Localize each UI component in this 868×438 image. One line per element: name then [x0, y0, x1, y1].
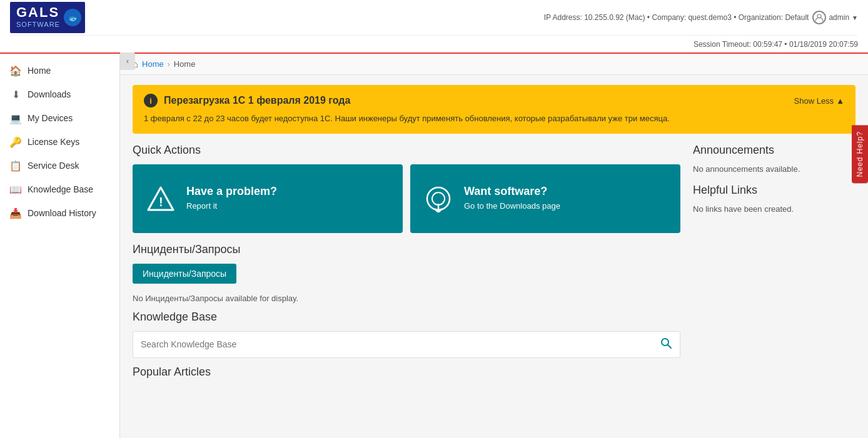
header-info: IP Address: 10.255.0.92 (Mac) • Company:…	[544, 11, 858, 24]
search-icon	[660, 337, 672, 349]
alert-info-icon: i	[144, 94, 158, 107]
side-column: Announcements No announcements available…	[693, 144, 855, 386]
session-info: Session Timeout: 00:59:47 • 01/18/2019 2…	[694, 40, 858, 49]
incidents-button[interactable]: Инциденты/Запросы	[133, 264, 236, 284]
incidents-title: Инциденты/Запросы	[133, 243, 680, 256]
alert-body: 1 февраля с 22 до 23 часов будет недосту…	[144, 112, 844, 125]
sidebar-item-knowledge-base[interactable]: 📖 Knowledge Base	[0, 177, 119, 201]
sidebar-label-downloads: Downloads	[28, 89, 71, 99]
devices-icon: 💻	[10, 112, 21, 124]
sidebar-label-knowledge-base: Knowledge Base	[28, 184, 93, 194]
home-icon: 🏠	[10, 65, 21, 76]
popular-articles-title: Popular Articles	[133, 366, 680, 379]
helpful-links-title: Helpful Links	[693, 184, 855, 197]
sidebar-label-home: Home	[28, 66, 51, 76]
svg-text:🐟: 🐟	[68, 12, 79, 23]
alert-show-less-button[interactable]: Show Less ▲	[794, 96, 844, 106]
announcements-empty: No announcements available.	[693, 164, 855, 174]
sidebar-nav: 🏠 Home ⬇ Downloads 💻 My Devices 🔑 Licens…	[0, 54, 119, 230]
license-icon: 🔑	[10, 136, 21, 147]
knowledge-base-section: Knowledge Base Popular Articles	[133, 311, 680, 379]
helpful-links-empty: No links have been created.	[693, 204, 855, 214]
svg-text:SOFTWARE: SOFTWARE	[16, 21, 60, 28]
sidebar-item-license-keys[interactable]: 🔑 License Keys	[0, 130, 119, 154]
sidebar-label-download-history: Download History	[28, 208, 96, 218]
need-help-tab[interactable]: Need Help?	[852, 125, 868, 183]
main-column: Quick Actions ! Have a p	[133, 144, 680, 386]
sidebar-item-service-desk[interactable]: 📋 Service Desk	[0, 154, 119, 177]
svg-point-9	[432, 192, 445, 205]
announcements-title: Announcements	[693, 144, 855, 157]
alert-title: i Перезагрузка 1С 1 февраля 2019 года	[144, 94, 350, 107]
kb-search-input[interactable]	[133, 334, 652, 354]
sidebar-item-download-history[interactable]: 📥 Download History	[0, 201, 119, 225]
sidebar-item-downloads[interactable]: ⬇ Downloads	[0, 82, 119, 106]
quick-actions-title: Quick Actions	[133, 144, 680, 157]
helpful-links-section: Helpful Links No links have been created…	[693, 184, 855, 214]
sidebar-item-home[interactable]: 🏠 Home	[0, 59, 119, 82]
alert-banner: i Перезагрузка 1С 1 февраля 2019 года Sh…	[133, 85, 855, 134]
qa-card2-text: Want software? Go to the Downloads page	[464, 185, 560, 212]
service-desk-icon: 📋	[10, 160, 21, 171]
content-area: i Перезагрузка 1С 1 февраля 2019 года Sh…	[120, 75, 868, 438]
quick-actions-grid: ! Have a problem? Report it	[133, 164, 680, 233]
sidebar-item-my-devices[interactable]: 💻 My Devices	[0, 106, 119, 130]
svg-line-12	[668, 344, 672, 348]
sidebar-label-my-devices: My Devices	[28, 113, 73, 123]
svg-text:GALS: GALS	[16, 4, 59, 20]
breadcrumb-home-link[interactable]: Home	[142, 59, 164, 69]
kb-search-wrap	[133, 331, 680, 358]
quick-action-report-problem[interactable]: ! Have a problem? Report it	[133, 164, 403, 233]
alert-banner-header: i Перезагрузка 1С 1 февраля 2019 года Sh…	[144, 94, 844, 107]
quick-action-downloads[interactable]: Want software? Go to the Downloads page	[410, 164, 680, 233]
incidents-empty-message: No Инциденты/Запросы available for displ…	[133, 291, 680, 306]
logo[interactable]: GALS SOFTWARE 🐟	[10, 2, 85, 33]
top-bar: GALS SOFTWARE 🐟 IP Address: 10.255.0.92 …	[0, 0, 868, 54]
ip-company-info: IP Address: 10.255.0.92 (Mac) • Company:…	[544, 13, 809, 22]
warning-triangle-icon: !	[145, 183, 176, 214]
main-layout: 🏠 Home ⬇ Downloads 💻 My Devices 🔑 Licens…	[0, 54, 868, 438]
software-download-icon	[423, 183, 454, 214]
quick-actions-section: Quick Actions ! Have a p	[133, 144, 680, 233]
svg-text:!: !	[159, 195, 163, 209]
incidents-section: Инциденты/Запросы Инциденты/Запросы No И…	[133, 243, 680, 306]
sidebar-label-license-keys: License Keys	[28, 137, 79, 147]
download-history-icon: 📥	[10, 207, 21, 219]
breadcrumb-separator: ›	[168, 60, 170, 69]
breadcrumb-current: Home	[174, 59, 196, 69]
kb-search-button[interactable]	[652, 332, 680, 357]
user-avatar-icon	[812, 11, 826, 24]
kb-title: Knowledge Base	[133, 311, 680, 324]
sidebar-label-service-desk: Service Desk	[28, 161, 79, 171]
user-dropdown-icon: ▼	[852, 14, 858, 21]
user-menu[interactable]: admin ▼	[812, 11, 858, 24]
announcements-section: Announcements No announcements available…	[693, 144, 855, 174]
qa-card1-text: Have a problem? Report it	[186, 185, 277, 212]
knowledge-base-icon: 📖	[10, 184, 21, 195]
chevron-up-icon: ▲	[836, 96, 844, 106]
username-label: admin	[829, 13, 849, 22]
two-col-layout: Quick Actions ! Have a p	[133, 144, 855, 386]
sidebar-toggle-button[interactable]: ‹	[120, 54, 135, 70]
downloads-icon: ⬇	[10, 89, 21, 100]
sidebar: 🏠 Home ⬇ Downloads 💻 My Devices 🔑 Licens…	[0, 54, 120, 438]
breadcrumb: ⌂ Home › Home	[120, 54, 868, 75]
